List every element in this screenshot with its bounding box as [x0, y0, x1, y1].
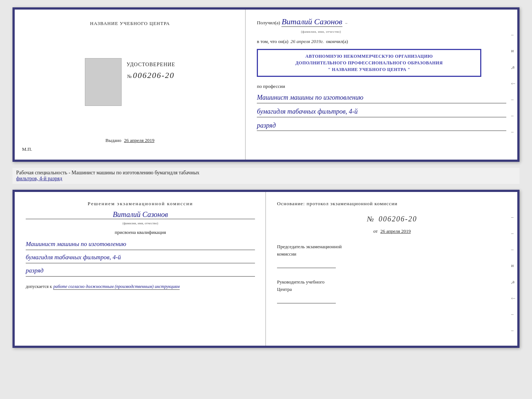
resheniyem-title: Решением экзаменационной комиссии	[26, 201, 255, 207]
top-certificate: НАЗВАНИЕ УЧЕБНОГО ЦЕНТРА УДОСТОВЕРЕНИЕ №…	[12, 7, 520, 162]
vtom-line: в том, что он(а) 26 апреля 2019г. окончи…	[257, 39, 506, 44]
number-prefix: № 006206-20	[127, 71, 175, 80]
photo-placeholder	[85, 58, 122, 106]
dopuskaetsya-text: работе согласно должностным (производств…	[53, 284, 180, 290]
ot-date: от 26 апреля 2019	[277, 228, 507, 234]
dopuskaetsya-line: допускается к работе согласно должностны…	[26, 284, 255, 290]
profession-line3: разряд	[257, 120, 506, 131]
proto-number: № 006206-20	[277, 215, 507, 223]
profession-line1: Машинист машины по изготовлению	[257, 92, 506, 103]
fio-hint-top: (фамилия, имя, отчество)	[301, 30, 506, 33]
bottom-profession-line3: разряд	[26, 266, 255, 277]
middle-text-section: Рабочая специальность - Машинист машины …	[12, 168, 520, 184]
cert-left-bottom: Выдано 26 апреля 2019 М.П.	[22, 138, 238, 152]
bottom-cert-left: Решением экзаменационной комиссии Витали…	[15, 192, 266, 346]
ot-date-value: 26 апреля 2019	[380, 228, 411, 234]
side-marks-top: – и ,а ‹– – – –	[511, 32, 515, 135]
profession-line2: бумагидля табачных фильтров, 4-й	[257, 106, 506, 117]
rukovoditel-signature-line	[277, 303, 336, 303]
top-cert-right: Получил(а) Виталий Сазонов – (фамилия, и…	[246, 10, 517, 160]
stamp-line2: ДОПОЛНИТЕЛЬНОГО ПРОФЕССИОНАЛЬНОГО ОБРАЗО…	[263, 60, 475, 66]
osnovanie-title: Основание: протокол экзаменационной коми…	[277, 201, 507, 207]
cert-middle-section: УДОСТОВЕРЕНИЕ № 006206-20	[85, 58, 175, 106]
poluchil-name: Виталий Сазонов	[281, 17, 342, 27]
middle-text-1: Рабочая специальность - Машинист машины …	[16, 170, 200, 175]
po-professii-label: по профессии	[257, 83, 506, 89]
rukovoditel-label: Руководитель учебного Центра	[277, 278, 507, 293]
proto-number-value: 006206-20	[379, 215, 417, 223]
bottom-profession-line2: бумагидля табачных фильтров, 4-й	[26, 252, 255, 263]
stamp-line3: " НАЗВАНИЕ УЧЕБНОГО ЦЕНТРА "	[263, 66, 475, 73]
bottom-cert-right: Основание: протокол экзаменационной коми…	[266, 192, 517, 346]
poluchil-line: Получил(а) Виталий Сазонов –	[257, 17, 506, 27]
vtom-date: 26 апреля 2019г.	[291, 39, 324, 44]
training-center-title-top: НАЗВАНИЕ УЧЕБНОГО ЦЕНТРА	[90, 21, 170, 26]
cert-number: 006206-20	[133, 71, 175, 80]
top-cert-left: НАЗВАНИЕ УЧЕБНОГО ЦЕНТРА УДОСТОВЕРЕНИЕ №…	[15, 10, 246, 160]
side-marks-bottom: – – – и ,а ‹– – – –	[511, 214, 515, 349]
prisvoena-label: присвоена квалификация	[26, 229, 255, 235]
bottom-name: Виталий Сазонов	[26, 210, 255, 219]
udostoverenie-label: УДОСТОВЕРЕНИЕ	[127, 62, 175, 68]
predsedatel-signature-line	[277, 268, 336, 268]
vydano-date: 26 апреля 2019	[124, 138, 154, 143]
stamp-line1: АВТОНОМНУЮ НЕКОММЕРЧЕСКУЮ ОРГАНИЗАЦИЮ	[263, 53, 475, 60]
stamp-box: АВТОНОМНУЮ НЕКОММЕРЧЕСКУЮ ОРГАНИЗАЦИЮ ДО…	[257, 49, 481, 77]
bottom-profession-line1: Машинист машины по изготовлению	[26, 239, 255, 250]
mp-label: М.П.	[22, 146, 32, 152]
middle-text-underlined: фильтров, 4-й разряд	[16, 176, 62, 181]
fio-hint-bottom: (фамилия, имя, отчество)	[26, 221, 255, 225]
predsedatel-label: Председатель экзаменационной комиссии	[277, 243, 507, 257]
bottom-certificate: Решением экзаменационной комиссии Витали…	[12, 190, 520, 348]
vydano-line: Выдано 26 апреля 2019	[105, 138, 154, 143]
